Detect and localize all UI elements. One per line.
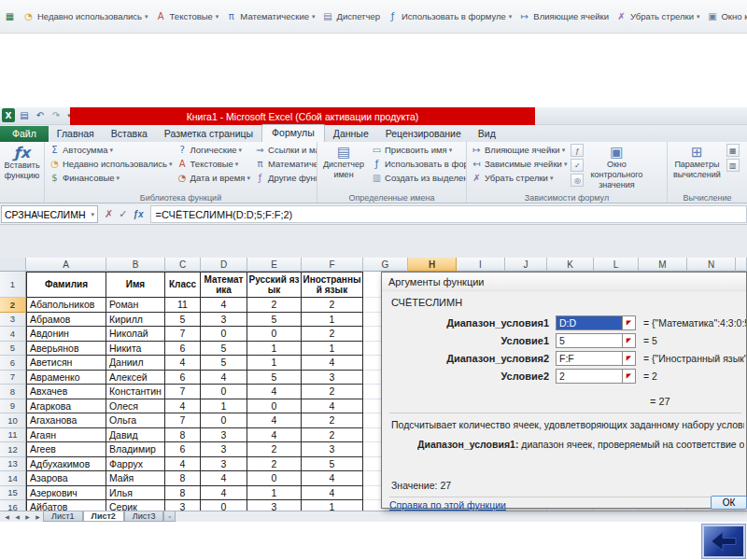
data-cell[interactable]: 8 (165, 471, 201, 486)
insert-function-icon[interactable]: ƒx (133, 209, 143, 219)
strip-name-manager[interactable]: ▤Диспетчер (322, 11, 380, 21)
tab-scroll-icon[interactable]: ▶ (33, 511, 43, 522)
row-header-12[interactable]: 12 (0, 442, 26, 457)
formula-input[interactable]: =СЧЁТЕСЛИМН(D:D;5;F:F;2) (150, 205, 747, 223)
ribbon-item[interactable]: ▥Создать из выделенного▾ (370, 172, 467, 184)
ribbon-item[interactable]: ?Логические▾ (176, 144, 251, 156)
data-cell[interactable]: 8 (165, 486, 201, 501)
data-cell[interactable]: 4 (201, 371, 247, 385)
data-cell[interactable]: 3 (201, 442, 247, 457)
data-cell[interactable]: Роман (106, 298, 165, 313)
data-cell[interactable]: 1 (201, 399, 247, 414)
data-cell[interactable]: 4 (247, 428, 302, 443)
ribbon-item[interactable]: ▭Присвоить имя▾ (370, 144, 467, 156)
collapse-dialog-icon[interactable]: ◤ (622, 352, 635, 365)
argument-input[interactable]: D:D◤ (556, 315, 636, 330)
header-cell[interactable]: Имя (106, 272, 165, 298)
strip-use-in-formula[interactable]: ƒИспользовать в формуле▾ (387, 11, 512, 21)
strip-remove-arrows[interactable]: ✗Убрать стрелки▾ (615, 11, 699, 21)
insert-sheet-tab[interactable]: ▫ (163, 511, 175, 522)
data-cell[interactable]: Константин (106, 385, 165, 399)
data-cell[interactable]: 5 (247, 371, 302, 385)
data-cell[interactable]: Авхачев (26, 385, 106, 399)
data-cell[interactable]: Никита (106, 342, 165, 357)
data-cell[interactable]: 5 (247, 313, 302, 328)
data-cell[interactable]: 2 (247, 457, 302, 472)
data-cell[interactable]: Владимир (106, 442, 165, 457)
row-header-6[interactable]: 6 (0, 356, 26, 371)
ok-button[interactable]: ОК (711, 496, 747, 510)
row-header-3[interactable]: 3 (0, 313, 26, 328)
data-cell[interactable]: Фаррух (106, 457, 165, 472)
ribbon-tab-1[interactable]: Главная (49, 126, 103, 142)
data-cell[interactable]: 7 (165, 413, 201, 428)
ribbon-tab-3[interactable]: Разметка страницы (156, 126, 261, 142)
row-header-5[interactable]: 5 (0, 342, 26, 357)
data-cell[interactable]: 6 (165, 342, 201, 357)
save-icon[interactable]: ▤ (18, 108, 31, 122)
data-cell[interactable]: 1 (302, 500, 363, 511)
calculate-now-icon[interactable]: ▦ (726, 144, 740, 157)
data-cell[interactable]: 2 (247, 442, 302, 457)
ribbon-item[interactable]: πМатематические▾ (253, 158, 317, 170)
data-cell[interactable]: 4 (201, 298, 247, 313)
redo-icon[interactable]: ↷ (49, 108, 63, 122)
data-cell[interactable]: Агеев (26, 442, 106, 457)
column-header-L[interactable]: L (594, 258, 639, 272)
data-cell[interactable]: Авдонин (26, 327, 106, 342)
data-cell[interactable]: 3 (201, 428, 247, 443)
evaluate-formula-icon[interactable]: ◎ (571, 174, 584, 187)
data-cell[interactable]: Абрамов (26, 313, 106, 328)
data-cell[interactable]: 2 (302, 385, 363, 399)
strip-math-functions[interactable]: πМатематические▾ (225, 11, 315, 21)
ribbon-item[interactable]: ◔Недавно использовались▾ (48, 158, 174, 170)
data-cell[interactable]: 6 (165, 371, 201, 385)
ribbon-item[interactable]: ✗Убрать стрелки▾ (470, 172, 568, 184)
data-cell[interactable]: Абапольников (26, 298, 106, 313)
collapse-dialog-icon[interactable]: ◤ (622, 334, 635, 347)
header-cell[interactable]: Иностранный язык (302, 272, 363, 298)
insert-function-button[interactable]: ƒx Вставить функцию (3, 144, 41, 183)
data-cell[interactable]: 3 (201, 313, 247, 328)
data-cell[interactable]: Олеся (106, 399, 165, 414)
row-header-14[interactable]: 14 (0, 471, 26, 486)
row-header-9[interactable]: 9 (0, 399, 26, 414)
strip-sheet[interactable]: ▦ (4, 11, 16, 21)
row-header-15[interactable]: 15 (0, 486, 26, 501)
column-header-I[interactable]: I (457, 258, 505, 272)
data-cell[interactable]: Аветисян (26, 356, 106, 371)
help-link[interactable]: Справка по этой функции (389, 499, 506, 511)
data-cell[interactable]: 7 (165, 385, 201, 399)
data-cell[interactable]: Адбухакимов (26, 457, 106, 472)
undo-icon[interactable]: ↶ (34, 108, 47, 122)
data-cell[interactable]: 4 (165, 399, 201, 414)
error-checking-icon[interactable]: ✓ (571, 159, 584, 172)
data-cell[interactable]: Агаян (26, 428, 106, 443)
strip-watch-window[interactable]: ▣Окно контрольного (706, 11, 747, 21)
data-cell[interactable]: 4 (165, 356, 201, 371)
data-cell[interactable]: 4 (165, 457, 201, 472)
column-header-D[interactable]: D (201, 258, 247, 272)
row-header-7[interactable]: 7 (0, 371, 26, 385)
data-cell[interactable]: Серик (106, 500, 165, 511)
header-cell[interactable]: Математика (201, 272, 247, 298)
data-cell[interactable]: Азеркович (26, 486, 106, 501)
data-cell[interactable]: 3 (201, 457, 247, 472)
watch-window-button[interactable]: ▣ Окно контрольного значения (587, 144, 645, 192)
data-cell[interactable]: 2 (302, 413, 363, 428)
column-header-B[interactable]: B (106, 258, 165, 272)
row-header-11[interactable]: 11 (0, 428, 26, 443)
data-cell[interactable]: 3 (302, 371, 363, 385)
tab-scroll-icon[interactable]: ◀ (12, 511, 22, 522)
ribbon-item[interactable]: ƒИспользовать в формуле▾ (370, 158, 467, 170)
name-box-dropdown-icon[interactable]: ▾ (91, 211, 94, 218)
header-cell[interactable]: Русский язык (247, 272, 302, 298)
qat-dropdown-icon[interactable]: ▾ (65, 108, 73, 122)
header-cell[interactable]: Фамилия (26, 272, 106, 298)
data-cell[interactable]: 11 (165, 298, 201, 313)
row-header-16[interactable]: 16 (0, 500, 26, 511)
strip-text-functions[interactable]: АТекстовые▾ (155, 11, 219, 21)
column-header-N[interactable]: N (687, 258, 736, 272)
row-header-1[interactable]: 1 (0, 272, 26, 298)
data-cell[interactable]: 3 (247, 500, 302, 511)
